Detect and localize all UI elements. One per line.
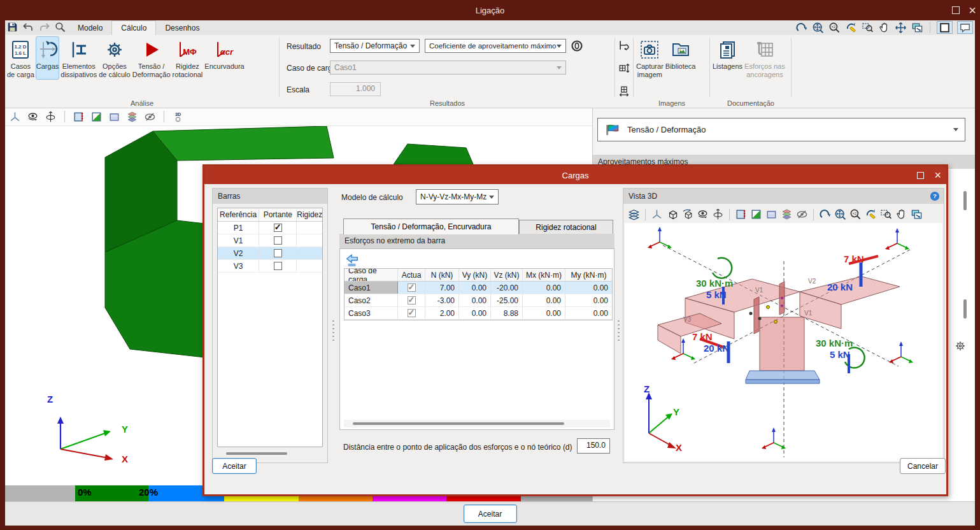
load-value-cell[interactable]: 0.00 [565,282,612,294]
tab-desenhos[interactable]: Desenhos [156,20,208,35]
dialog-maximize-icon[interactable] [917,172,924,179]
distancia-input[interactable]: 150.0 [577,438,610,454]
camera-button[interactable]: Capturar imagem [636,36,664,80]
load-value-cell[interactable]: 8.88 [491,307,523,319]
axes-icon[interactable] [651,208,663,220]
barras-row-P1[interactable]: P1 [218,222,322,234]
layers-flat-icon[interactable] [628,208,640,220]
barras-column-header[interactable]: Portante [259,208,297,221]
cargas-button[interactable]: Cargas [36,36,59,80]
barras-hscrollbar[interactable] [217,450,323,457]
dialog-accept-button[interactable]: Aceitar [212,458,257,474]
scrollbar-thumb[interactable] [963,191,967,210]
coeficiente-dropdown[interactable]: Coeficiente de aproveitamento máximo [425,39,566,53]
tab-rigidez-rotacional[interactable]: Rigidez rotacional [519,220,613,234]
load-value-cell[interactable]: -25.00 [491,294,523,306]
actua-checkbox[interactable] [408,309,416,317]
pan-icon[interactable] [878,22,890,34]
section-dashed-icon[interactable] [765,208,778,220]
loads-row-Caso2[interactable]: Caso2-3.000.00-25.000.000.00 [344,294,612,307]
rotate-icon[interactable] [795,22,807,34]
splitter-handle[interactable] [617,319,620,342]
load-value-cell[interactable]: 0.00 [523,307,565,319]
loads-column-header[interactable]: N (kN) [425,269,459,281]
zoom-all-icon[interactable] [834,208,846,220]
actua-checkbox[interactable] [408,283,416,292]
rotate-icon[interactable] [819,208,831,220]
tab-modelo[interactable]: Modelo [69,20,111,35]
scrollbar-thumb[interactable] [963,299,967,319]
load-value-cell[interactable]: 0.00 [565,294,612,306]
loads-row-Caso1[interactable]: Caso17.000.00-20.000.000.00 [344,282,612,294]
load-value-cell[interactable]: 0.00 [523,282,565,294]
load-value-cell[interactable]: 0.00 [459,307,491,319]
axes-icon[interactable] [9,111,21,123]
barras-column-header[interactable]: Rigidez [297,208,322,221]
portante-checkbox[interactable] [274,249,282,257]
gear-button[interactable]: Opções de cálculo [98,36,131,80]
frame-button[interactable] [937,21,953,34]
load-value-cell[interactable]: 0.00 [523,294,565,306]
loads-column-header[interactable]: Vy (kN) [459,269,491,281]
orbit-eye-icon[interactable] [697,208,709,220]
actua-checkbox[interactable] [408,296,416,304]
redo-icon[interactable] [38,21,50,33]
view-3d-icon[interactable]: 3D [172,111,184,123]
orbit-icon[interactable] [45,111,57,123]
section-green-icon[interactable] [750,208,762,220]
switch-window-icon[interactable] [911,22,923,34]
help-icon[interactable]: ? [929,190,941,202]
orbit-eye-icon[interactable] [27,111,39,123]
barras-column-header[interactable]: Referência [218,208,259,221]
zoom-all-icon[interactable] [812,22,824,34]
section-dashed-icon[interactable] [108,111,120,123]
load-value-cell[interactable]: 0.00 [565,307,612,319]
comment-button[interactable] [957,21,973,34]
eye-off-icon[interactable] [144,111,156,123]
vista-3d-view[interactable]: 30 kN·m 5 kN 7 kN 20 kN 7 kN 20 kN 30 kN… [625,223,942,461]
redraw-icon[interactable] [865,208,877,220]
resultado-dropdown[interactable]: Tensão / Deformação [330,39,420,53]
zoom-window-icon[interactable] [880,208,892,220]
portante-checkbox[interactable] [274,224,282,232]
barras-row-V3[interactable]: V3 [218,260,322,273]
barras-row-V2[interactable]: V2 [218,247,322,260]
layers-icon[interactable] [126,111,138,123]
casos-button[interactable]: 1.2 D1.6 LCasos de carga [6,36,35,80]
loads-column-header[interactable]: My (kN·m) [565,269,612,281]
section-red-icon[interactable] [735,208,747,220]
load-value-cell[interactable]: 2.00 [425,307,459,319]
accept-button-main[interactable]: Aceitar [464,505,517,523]
cube-icon[interactable] [666,208,678,220]
esforcos-button[interactable]: Esforços nas ancoragens [744,36,786,80]
load-value-cell[interactable]: -20.00 [491,282,523,294]
play-button[interactable]: Tensão / Deformação [132,36,171,80]
zoom-window-icon[interactable] [862,22,874,34]
loads-column-header[interactable]: Actua [398,269,425,281]
search-icon[interactable] [54,21,66,33]
zoom-x2-icon[interactable]: ×2 [828,22,841,34]
splitter-handle[interactable] [332,319,335,342]
loads-column-header[interactable]: Mx (kN·m) [523,269,565,281]
section-red-icon[interactable] [73,111,85,123]
bar-rotation-icon[interactable] [618,39,630,52]
settings-gear-icon[interactable] [954,340,967,352]
close-icon[interactable]: × [969,4,976,17]
bar-vertical-forces-icon[interactable] [618,62,630,75]
loads-row-Caso3[interactable]: Caso32.000.008.880.000.00 [344,307,612,320]
maximize-icon[interactable] [952,6,960,14]
cube-rotate-icon[interactable] [681,208,693,220]
redraw-icon[interactable] [845,22,857,34]
undo-icon[interactable] [22,21,34,33]
library-button[interactable]: Biblioteca [665,36,697,80]
elementos-button[interactable]: Elementos dissipativos [60,36,97,80]
loads-column-header[interactable]: Vz (kN) [491,269,523,281]
load-value-cell[interactable]: 7.00 [425,282,459,294]
decimal-toggle-icon[interactable] [571,39,583,52]
layers-icon[interactable] [781,208,793,220]
zoom-x2-icon[interactable]: ×2 [849,208,862,220]
portante-checkbox[interactable] [274,236,282,245]
barras-row-V1[interactable]: V1 [218,234,322,247]
dialog-close-icon[interactable]: × [934,169,941,181]
eye-off-icon[interactable] [796,208,808,220]
